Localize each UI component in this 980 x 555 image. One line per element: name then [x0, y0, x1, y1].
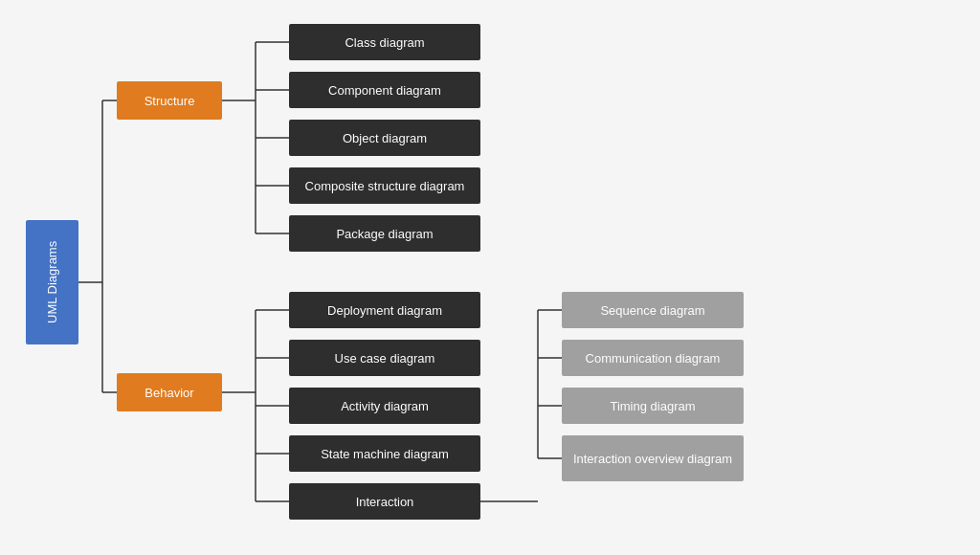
deployment-diagram-node: Deployment diagram [289, 292, 480, 328]
uml-diagrams-node: UML Diagrams [26, 220, 78, 344]
composite-diagram-node: Composite structure diagram [289, 167, 480, 204]
component-diagram-node: Component diagram [289, 72, 480, 108]
activity-diagram-node: Activity diagram [289, 388, 480, 424]
communication-diagram-node: Communication diagram [562, 340, 744, 376]
sequence-diagram-node: Sequence diagram [562, 292, 744, 328]
object-diagram-node: Object diagram [289, 120, 480, 156]
interaction-overview-node: Interaction overview diagram [562, 435, 744, 481]
behavior-node: Behavior [117, 373, 222, 411]
class-diagram-node: Class diagram [289, 24, 480, 60]
usecase-diagram-node: Use case diagram [289, 340, 480, 376]
diagram-container: UML Diagrams Structure Behavior Class di… [11, 10, 969, 545]
structure-node: Structure [117, 81, 222, 120]
package-diagram-node: Package diagram [289, 215, 480, 252]
statemachine-diagram-node: State machine diagram [289, 435, 480, 472]
timing-diagram-node: Timing diagram [562, 388, 744, 424]
interaction-node: Interaction [289, 483, 480, 520]
